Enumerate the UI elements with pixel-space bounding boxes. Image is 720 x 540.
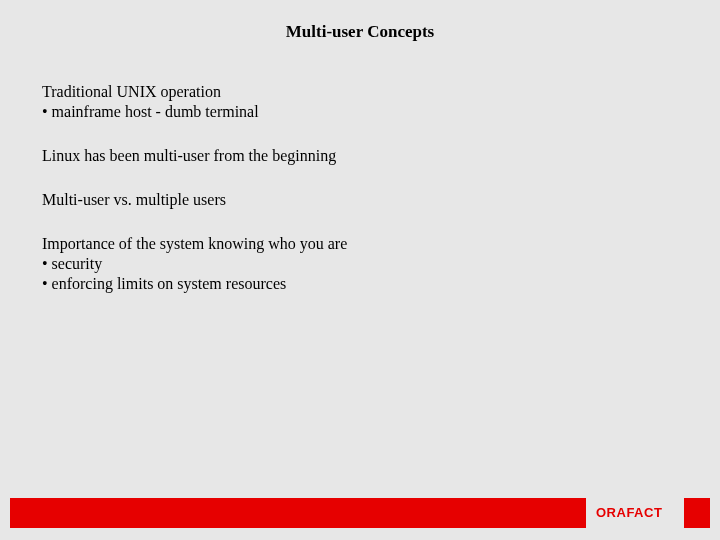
text-line: Multi-user vs. multiple users xyxy=(42,190,678,210)
body-block-3: Multi-user vs. multiple users xyxy=(42,190,678,210)
body-block-2: Linux has been multi-user from the begin… xyxy=(42,146,678,166)
text-line: Importance of the system knowing who you… xyxy=(42,234,678,254)
body-block-1: Traditional UNIX operation • mainframe h… xyxy=(42,82,678,122)
footer-brand: ORAFACT xyxy=(596,498,662,528)
slide-footer: ORAFACT xyxy=(0,498,720,528)
body-block-4: Importance of the system knowing who you… xyxy=(42,234,678,294)
slide-body: Traditional UNIX operation • mainframe h… xyxy=(0,42,720,294)
bullet-line: • mainframe host - dumb terminal xyxy=(42,102,678,122)
slide-title: Multi-user Concepts xyxy=(0,0,720,42)
text-line: Traditional UNIX operation xyxy=(42,82,678,102)
bullet-line: • security xyxy=(42,254,678,274)
footer-bar-left xyxy=(10,498,586,528)
text-line: Linux has been multi-user from the begin… xyxy=(42,146,678,166)
bullet-line: • enforcing limits on system resources xyxy=(42,274,678,294)
footer-bar-right xyxy=(684,498,710,528)
